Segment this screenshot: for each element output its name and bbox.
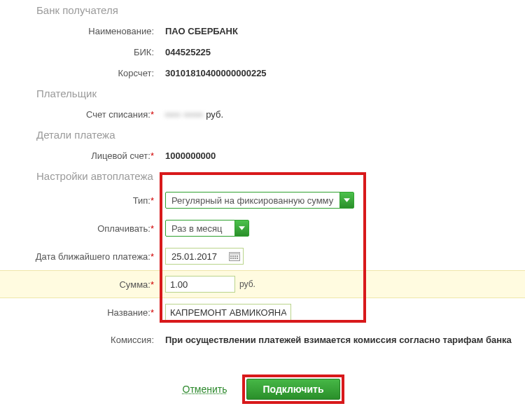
svg-rect-2 (230, 255, 232, 257)
svg-rect-7 (232, 258, 234, 259)
row-corr: Корсчет: 30101810400000000225 (0, 62, 525, 83)
label-type: Тип:* (0, 195, 158, 206)
cancel-button[interactable]: Отменить (183, 384, 227, 395)
required-mark: * (150, 223, 154, 234)
label-title: Название:* (0, 307, 158, 318)
chevron-down-icon (234, 220, 248, 236)
value-bank-name: ПАО СБЕРБАНК (158, 26, 238, 36)
label-amount: Сумма:* (0, 279, 158, 290)
payment-form: Банк получателя Наименование: ПАО СБЕРБА… (0, 0, 525, 416)
row-type: Тип:* Регулярный на фиксированную сумму (0, 186, 525, 214)
row-next-date: Дата ближайшего платежа:* (0, 242, 525, 270)
svg-rect-6 (230, 258, 232, 259)
required-mark: * (150, 150, 154, 161)
submit-wrap: Подключить (244, 376, 342, 402)
section-payer: Плательщик (0, 83, 525, 104)
row-personal-account: Лицевой счет:* 1000000000 (0, 145, 525, 166)
required-mark: * (150, 109, 154, 120)
next-date-field[interactable] (165, 248, 244, 265)
required-mark: * (150, 307, 154, 318)
row-title: Название:* (0, 298, 525, 326)
row-debit-account: Счет списания:* •••• ••••• руб. (0, 104, 525, 125)
section-payment-details: Детали платежа (0, 125, 525, 145)
svg-rect-9 (237, 258, 238, 259)
required-mark: * (150, 279, 154, 290)
amount-input[interactable] (165, 276, 235, 293)
label-freq: Оплачивать:* (0, 223, 158, 234)
type-select[interactable]: Регулярный на фиксированную сумму (165, 192, 354, 209)
svg-rect-5 (237, 255, 238, 257)
value-corr: 30101810400000000225 (158, 68, 267, 78)
row-bik: БИК: 044525225 (0, 41, 525, 62)
label-next-date-text: Дата ближайшего платежа: (36, 251, 150, 262)
label-commission: Комиссия: (0, 335, 158, 345)
value-bik: 044525225 (158, 47, 211, 57)
section-bank-recipient: Банк получателя (0, 0, 525, 20)
label-personal-account: Лицевой счет:* (0, 150, 158, 161)
label-amount-text: Сумма: (119, 279, 150, 290)
calendar-icon[interactable] (229, 251, 240, 261)
chevron-down-icon (340, 192, 354, 208)
masked-account: •••• ••••• (165, 109, 204, 120)
amount-unit: руб. (239, 279, 255, 289)
svg-rect-4 (234, 255, 236, 257)
next-date-input[interactable] (170, 251, 226, 262)
type-selected-text: Регулярный на фиксированную сумму (166, 195, 340, 206)
svg-rect-3 (232, 255, 234, 257)
value-debit-account: •••• ••••• руб. (158, 109, 223, 120)
debit-currency: руб. (206, 109, 223, 120)
section-autopay-settings: Настройки автоплатежа (0, 166, 525, 186)
label-next-date: Дата ближайшего платежа:* (0, 251, 158, 262)
row-bank-name: Наименование: ПАО СБЕРБАНК (0, 20, 525, 41)
required-mark: * (150, 195, 154, 206)
svg-rect-8 (234, 258, 236, 259)
required-mark: * (150, 251, 154, 262)
label-corr: Корсчет: (0, 68, 158, 78)
svg-rect-1 (230, 253, 240, 255)
row-commission: Комиссия: При осуществлении платежей взи… (0, 326, 525, 348)
label-bank-name: Наименование: (0, 26, 158, 36)
freq-selected-text: Раз в месяц (166, 223, 234, 234)
action-bar: Отменить Подключить (0, 348, 525, 416)
title-input[interactable] (165, 304, 291, 321)
value-commission: При осуществлении платежей взимается ком… (158, 335, 512, 345)
label-debit-account: Счет списания:* (0, 109, 158, 120)
label-bik: БИК: (0, 47, 158, 57)
label-personal-account-text: Лицевой счет: (91, 150, 150, 161)
label-title-text: Название: (107, 307, 150, 318)
row-amount: Сумма:* руб. (0, 270, 525, 298)
value-personal-account: 1000000000 (158, 150, 216, 161)
label-freq-text: Оплачивать: (97, 223, 150, 234)
label-type-text: Тип: (133, 195, 150, 206)
row-freq: Оплачивать:* Раз в месяц (0, 214, 525, 242)
label-debit-account-text: Счет списания: (86, 109, 150, 120)
submit-button[interactable]: Подключить (246, 379, 340, 400)
freq-select[interactable]: Раз в месяц (165, 220, 249, 237)
